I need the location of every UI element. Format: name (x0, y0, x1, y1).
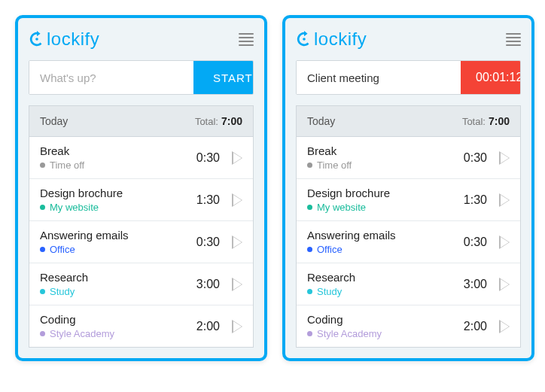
project-name: Office (317, 244, 343, 255)
svg-point-1 (303, 38, 306, 41)
time-entry[interactable]: CodingStyle Academy2:00 (297, 305, 520, 347)
entries-list-header: TodayTotal:7:00 (297, 106, 520, 137)
menu-icon[interactable] (506, 33, 521, 46)
project-color-dot (40, 247, 45, 252)
brand-text: lockify (314, 29, 367, 50)
project-name: Style Academy (317, 328, 382, 339)
play-icon[interactable] (499, 320, 510, 333)
entry-title: Research (307, 271, 464, 284)
svg-point-0 (35, 38, 38, 41)
total-label: Total: (195, 116, 218, 127)
entry-duration: 2:00 (464, 320, 487, 333)
entries-list-header: TodayTotal:7:00 (29, 106, 253, 137)
time-entry[interactable]: CodingStyle Academy2:00 (29, 305, 253, 347)
project-name: Style Academy (50, 328, 114, 339)
play-icon[interactable] (499, 278, 510, 291)
project-color-dot (40, 331, 45, 336)
project-color-dot (40, 205, 45, 210)
entry-project: Office (40, 244, 196, 255)
panel-header: lockify (296, 29, 521, 50)
project-color-dot (40, 289, 45, 294)
total-label: Total: (462, 116, 486, 127)
total-value: 7:00 (221, 115, 242, 127)
play-icon[interactable] (232, 193, 242, 207)
entry-project: Study (40, 286, 196, 297)
entry-project: Office (307, 244, 464, 255)
entry-info: Answering emailsOffice (40, 229, 196, 255)
menu-icon[interactable] (239, 33, 254, 46)
time-entry[interactable]: Answering emailsOffice0:30 (297, 221, 520, 263)
entry-title: Design brochure (307, 187, 464, 199)
time-tracker-panel: lockifySTARTTodayTotal:7:00BreakTime off… (15, 15, 267, 361)
entry-project: My website (40, 202, 196, 213)
entry-duration: 3:00 (196, 278, 220, 291)
task-description-input[interactable] (29, 61, 193, 94)
clock-icon (29, 31, 45, 47)
time-tracker-panel: lockify00:01:12TodayTotal:7:00BreakTime … (282, 15, 534, 361)
entry-duration: 3:00 (464, 278, 487, 291)
play-icon[interactable] (232, 278, 242, 291)
play-icon[interactable] (499, 151, 510, 165)
project-color-dot (307, 247, 312, 252)
time-entry[interactable]: BreakTime off0:30 (29, 137, 253, 179)
entry-project: Time off (40, 160, 196, 171)
clock-icon (296, 31, 312, 47)
entry-project: Style Academy (307, 328, 464, 339)
entry-title: Research (40, 271, 196, 284)
entry-info: CodingStyle Academy (307, 313, 464, 339)
time-entry[interactable]: ResearchStudy3:00 (297, 263, 520, 305)
play-icon[interactable] (232, 151, 242, 165)
running-timer-button[interactable]: 00:01:12 (461, 61, 521, 94)
entry-info: Answering emailsOffice (307, 229, 464, 255)
task-input-row: 00:01:12 (296, 60, 521, 95)
brand-text: lockify (47, 29, 99, 50)
project-name: My website (50, 202, 99, 213)
time-entry[interactable]: Answering emailsOffice0:30 (29, 221, 253, 263)
entries-list: TodayTotal:7:00BreakTime off0:30Design b… (29, 105, 254, 348)
task-description-input[interactable] (297, 61, 461, 94)
panel-header: lockify (29, 29, 254, 50)
group-label: Today (40, 115, 68, 127)
entry-info: Design brochureMy website (40, 187, 196, 213)
project-name: Time off (50, 160, 84, 171)
play-icon[interactable] (499, 236, 510, 249)
entry-project: Study (307, 286, 464, 297)
entry-duration: 0:30 (464, 236, 487, 249)
time-entry[interactable]: ResearchStudy3:00 (29, 263, 253, 305)
project-name: Time off (317, 160, 352, 171)
app-logo: lockify (29, 29, 99, 50)
entry-title: Break (307, 144, 464, 157)
play-icon[interactable] (499, 193, 510, 207)
entry-title: Answering emails (40, 229, 196, 242)
play-icon[interactable] (232, 320, 242, 333)
task-input-row: START (29, 60, 254, 95)
project-name: Study (317, 286, 342, 297)
entry-info: BreakTime off (40, 144, 196, 171)
project-name: My website (317, 202, 366, 213)
time-entry[interactable]: Design brochureMy website1:30 (29, 179, 253, 221)
entry-title: Answering emails (307, 229, 464, 242)
play-icon[interactable] (232, 236, 242, 249)
entry-duration: 1:30 (464, 193, 487, 207)
time-entry[interactable]: Design brochureMy website1:30 (297, 179, 520, 221)
entry-duration: 1:30 (196, 193, 220, 207)
entry-duration: 2:00 (196, 320, 220, 333)
time-entry[interactable]: BreakTime off0:30 (297, 137, 520, 179)
entry-duration: 0:30 (464, 151, 487, 165)
entry-project: Time off (307, 160, 464, 171)
project-color-dot (40, 163, 45, 168)
group-label: Today (307, 115, 335, 127)
entry-info: BreakTime off (307, 144, 464, 171)
entry-info: Design brochureMy website (307, 187, 464, 213)
entry-title: Design brochure (40, 187, 196, 199)
start-button[interactable]: START (193, 61, 254, 94)
entry-title: Break (40, 144, 196, 157)
project-name: Office (50, 244, 75, 255)
entry-project: Style Academy (40, 328, 196, 339)
entries-list: TodayTotal:7:00BreakTime off0:30Design b… (296, 105, 521, 348)
app-logo: lockify (296, 29, 367, 50)
project-color-dot (307, 289, 312, 294)
entry-project: My website (307, 202, 464, 213)
entry-duration: 0:30 (196, 236, 220, 249)
entry-title: Coding (40, 313, 196, 326)
